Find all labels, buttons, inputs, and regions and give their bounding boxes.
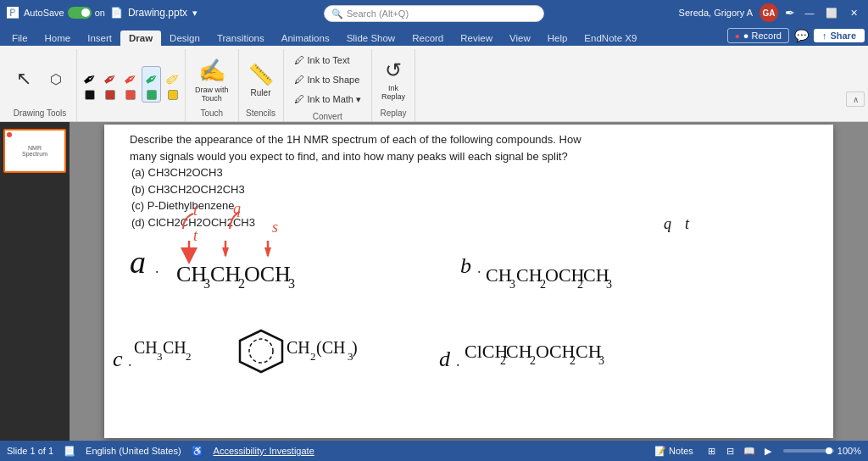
tab-record[interactable]: Record [403,31,452,46]
restore-button[interactable]: ⬜ [824,5,839,20]
tab-slideshow[interactable]: Slide Show [338,31,404,46]
svg-marker-16 [264,247,271,258]
slide-thumb-icon: NMRSpectrum [20,143,49,158]
svg-text:3: 3 [598,354,604,367]
lasso-icon: ⬡ [50,71,62,87]
lasso-tool-button[interactable]: ⬡ [41,54,71,105]
highlighter-swatch [168,90,178,100]
select-tool-button[interactable]: ↖ [8,54,39,105]
ink-replay-button[interactable]: ↺ InkReplay [377,54,409,105]
ink-math-icon: 🖊 [294,93,304,105]
tab-review[interactable]: Review [452,31,501,46]
tab-insert[interactable]: Insert [79,31,120,46]
pen-red[interactable]: ✒ [101,67,119,102]
ink-math-label: Ink to Math ▾ [308,94,361,105]
ink-to-shape-button[interactable]: 🖊 Ink to Shape [289,70,365,89]
replay-icon: ↺ [385,58,402,82]
select-icon: ↖ [16,68,31,90]
comment-icon[interactable]: 💬 [794,29,809,42]
svg-text:a: a [130,244,146,280]
pen-green-swatch [147,90,157,100]
presentation-view-icon[interactable]: ▶ [760,444,776,458]
normal-view-icon[interactable]: ⊞ [704,444,721,458]
pen-black[interactable]: ✒ [81,67,98,102]
pen-green[interactable]: ✒ [142,66,161,103]
replay-label: Replay [380,108,406,119]
svg-text:.: . [477,259,481,276]
language: English (United States) [86,446,181,456]
svg-text:3: 3 [606,278,612,291]
tab-help[interactable]: Help [539,31,576,46]
ribbon-group-drawing-tools: ↖ ⬡ Drawing Tools [3,49,77,121]
svg-text:CH: CH [176,262,207,286]
tab-home[interactable]: Home [36,31,80,46]
zoom-area: 100% [783,446,861,456]
svg-marker-13 [222,247,229,258]
reading-view-icon[interactable]: 📖 [741,444,758,458]
svg-text:CH: CH [134,338,158,357]
svg-text:q: q [233,200,241,217]
highlighter-yellow[interactable]: ✏ [164,67,181,102]
ink-text-label: Ink to Text [308,55,350,65]
titlebar: 🅿 AutoSave on 📄 Drawing.pptx ▾ 🔍 Search … [0,0,868,25]
filename-dropdown[interactable]: ▾ [192,8,198,19]
ribbon-collapse-button[interactable]: ∧ [846,92,865,107]
file-icon: 📄 [110,7,123,19]
search-bar[interactable]: 🔍 Search (Alt+Q) [324,5,544,22]
canvas-area[interactable]: Describe the appearance of the 1H NMR sp… [70,122,868,441]
tab-draw[interactable]: Draw [120,31,161,46]
draw-with-touch-button[interactable]: ✍ Draw withTouch [191,54,233,105]
notes-button[interactable]: 📝 Notes [651,444,697,458]
svg-text:2: 2 [530,354,536,367]
accessibility-label[interactable]: Accessibility: Investigate [214,446,314,456]
status-right: 📝 Notes ⊞ ⊟ 📖 ▶ 100% [651,444,861,458]
slide-thumbnail[interactable]: NMRSpectrum [3,129,66,173]
pen-red2-icon: ✒ [119,66,142,91]
drawing-tools-buttons: ↖ ⬡ [8,51,71,108]
slide-sorter-icon[interactable]: ⊟ [722,444,739,458]
chemical-structures-svg: a . CH 3 CH 2 OCH 3 t t q [104,197,833,434]
svg-text:CH: CH [210,262,241,286]
search-icon: 🔍 [331,8,343,19]
svg-marker-35 [240,330,282,372]
ink-shape-icon: 🖊 [294,74,304,86]
tab-endnote[interactable]: EndNote X9 [576,31,645,46]
svg-text:.: . [155,259,159,276]
pen-red-icon: ✒ [98,66,122,91]
ink-to-text-button[interactable]: 🖊 Ink to Text [289,51,355,69]
tab-animations[interactable]: Animations [273,31,338,46]
ribbon: ↖ ⬡ Drawing Tools ✒ ✒ ✒ [0,46,868,122]
share-button[interactable]: ↑ Share [814,29,865,42]
filename: Drawing.pptx [128,7,187,19]
svg-text:CH: CH [516,264,542,286]
zoom-slider[interactable] [783,449,834,453]
share-label: Share [830,31,856,41]
svg-text:3: 3 [203,276,210,291]
svg-text:t: t [193,202,198,219]
ink-text-icon: 🖊 [294,54,304,66]
autosave-toggle[interactable] [68,7,92,19]
tab-design[interactable]: Design [161,31,209,46]
accessibility-icon: ♿ [192,446,203,457]
tab-file[interactable]: File [3,31,36,46]
svg-text:q: q [664,215,671,232]
record-button[interactable]: ● ● Record [727,28,789,43]
ink-to-math-button[interactable]: 🖊 Ink to Math ▾ [289,90,366,108]
svg-text:CH: CH [506,341,532,362]
close-button[interactable]: ✕ [846,5,861,20]
stencils-label: Stencils [246,108,275,119]
ribbon-group-replay: ↺ InkReplay Replay [372,49,415,121]
touch-icon: ✍ [198,58,225,84]
ruler-button[interactable]: 📏 Ruler [244,54,278,105]
minimize-button[interactable]: — [802,5,817,20]
pen-red2-swatch [125,90,136,100]
svg-text:(CH: (CH [316,338,345,358]
tab-view[interactable]: View [501,31,539,46]
tab-transitions[interactable]: Transitions [209,31,273,46]
slide-indicator [7,132,12,137]
main-area: 1 NMRSpectrum Describe the appearance of… [0,122,868,441]
pen-red2[interactable]: ✒ [121,67,139,102]
pen-black-icon: ✒ [78,66,102,91]
autosave-label: AutoSave [24,8,64,18]
svg-point-36 [249,339,273,363]
